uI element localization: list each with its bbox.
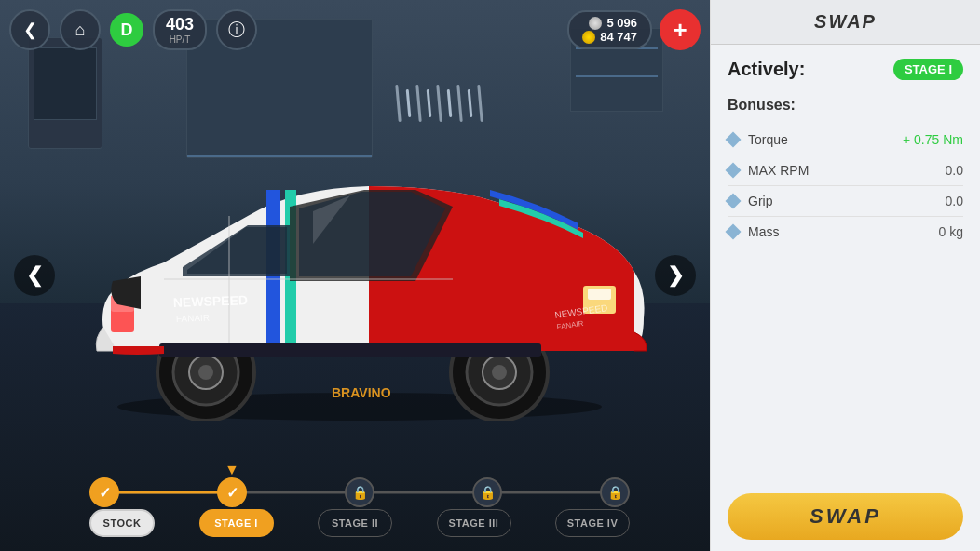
bonus-value-torque: + 0.75 Nm bbox=[903, 132, 963, 147]
garage-area: NEWSPEED FANAIR NEWSPEED FANAIR BRAVINO … bbox=[0, 0, 710, 551]
back-button[interactable]: ❮ bbox=[9, 9, 50, 50]
bonus-name-grip: Grip bbox=[748, 194, 946, 208]
next-arrow[interactable]: ❯ bbox=[655, 255, 696, 296]
diamond-icon-maxrpm bbox=[726, 163, 742, 179]
add-button[interactable]: + bbox=[660, 9, 701, 50]
gold-row: 84 747 bbox=[582, 30, 637, 44]
bonus-value-mass: 0 kg bbox=[939, 224, 963, 239]
svg-rect-13 bbox=[159, 343, 541, 357]
top-bar-right: 5 096 84 747 + bbox=[567, 9, 701, 50]
svg-text:FANAIR: FANAIR bbox=[176, 313, 210, 324]
stage-node-stage1[interactable]: ✓ bbox=[217, 477, 247, 507]
bonus-torque: Torque + 0.75 Nm bbox=[728, 125, 963, 155]
garage-button[interactable]: ⌂ bbox=[60, 9, 101, 50]
bonus-value-grip: 0.0 bbox=[946, 194, 963, 208]
right-panel: SWAP Actively: STAGE I Bonuses: Torque +… bbox=[710, 0, 980, 551]
hp-unit: HP/T bbox=[170, 34, 191, 45]
diamond-icon-torque bbox=[726, 132, 742, 148]
silver-row: 5 096 bbox=[589, 16, 637, 30]
stage-node-stage2[interactable]: 🔒 bbox=[345, 477, 374, 507]
prev-arrow[interactable]: ❮ bbox=[14, 255, 55, 296]
swap-button[interactable]: SWAP bbox=[728, 493, 963, 540]
active-stage-badge: STAGE I bbox=[893, 59, 963, 80]
actively-label: Actively: bbox=[728, 59, 805, 80]
currency-display: 5 096 84 747 bbox=[567, 10, 652, 49]
bonus-name-maxrpm: MAX RPM bbox=[748, 163, 946, 178]
car-svg: NEWSPEED FANAIR NEWSPEED FANAIR BRAVINO bbox=[43, 123, 676, 421]
label-stage4[interactable]: STAGE IV bbox=[555, 509, 630, 537]
bonuses-title: Bonuses: bbox=[728, 97, 963, 114]
current-stage-indicator bbox=[225, 462, 239, 478]
label-stage2[interactable]: STAGE II bbox=[318, 509, 392, 537]
label-stage3[interactable]: STAGE III bbox=[437, 509, 511, 537]
silver-coin-icon bbox=[589, 17, 602, 30]
diamond-icon-grip bbox=[726, 194, 742, 209]
top-bar: ❮ ⌂ D 403 HP/T ⓘ 5 096 bbox=[9, 9, 701, 50]
panel-header: SWAP bbox=[711, 0, 980, 45]
panel-content: Actively: STAGE I Bonuses: Torque + 0.75… bbox=[711, 45, 980, 482]
bonus-grip: Grip 0.0 bbox=[728, 186, 963, 217]
info-icon: ⓘ bbox=[228, 19, 245, 41]
svg-point-8 bbox=[492, 365, 507, 380]
svg-rect-12 bbox=[588, 289, 611, 300]
actively-row: Actively: STAGE I bbox=[728, 59, 963, 80]
garage-icon: ⌂ bbox=[75, 20, 86, 40]
bonus-name-torque: Torque bbox=[748, 132, 903, 147]
car-display: NEWSPEED FANAIR NEWSPEED FANAIR BRAVINO bbox=[28, 104, 691, 439]
label-stock[interactable]: STOCK bbox=[89, 509, 155, 537]
gold-amount: 84 747 bbox=[600, 30, 637, 44]
label-stage1[interactable]: STAGE I bbox=[199, 509, 274, 537]
bonus-maxrpm: MAX RPM 0.0 bbox=[728, 155, 963, 186]
info-button[interactable]: ⓘ bbox=[216, 9, 257, 50]
stage-node-stock[interactable]: ✓ bbox=[89, 477, 119, 507]
stage-node-stage3[interactable]: 🔒 bbox=[472, 477, 502, 507]
panel-title: SWAP bbox=[814, 11, 877, 32]
bonuses-list: Torque + 0.75 Nm MAX RPM 0.0 Grip 0.0 Ma… bbox=[728, 125, 963, 247]
bonus-name-mass: Mass bbox=[748, 224, 939, 239]
svg-text:BRAVINO: BRAVINO bbox=[332, 385, 391, 400]
stage-node-stage4[interactable]: 🔒 bbox=[600, 477, 630, 507]
stage-labels: STOCK STAGE I STAGE II STAGE III STAGE I… bbox=[89, 509, 630, 537]
hp-value: 403 bbox=[166, 15, 194, 34]
bonus-value-maxrpm: 0.0 bbox=[946, 163, 963, 178]
svg-text:NEWSPEED: NEWSPEED bbox=[173, 292, 249, 310]
main-container: NEWSPEED FANAIR NEWSPEED FANAIR BRAVINO … bbox=[0, 0, 980, 551]
hp-display: 403 HP/T bbox=[153, 9, 207, 50]
stage-selector: ✓ ✓ 🔒 🔒 bbox=[28, 483, 691, 537]
grade-badge: D bbox=[110, 13, 143, 47]
back-icon: ❮ bbox=[23, 20, 37, 40]
silver-amount: 5 096 bbox=[606, 16, 637, 30]
bonus-mass: Mass 0 kg bbox=[728, 217, 963, 247]
swap-button-container: SWAP bbox=[711, 482, 980, 551]
stage-nodes: ✓ ✓ 🔒 🔒 bbox=[89, 477, 630, 507]
diamond-icon-mass bbox=[726, 224, 742, 240]
gold-coin-icon bbox=[582, 31, 595, 44]
stage-track: ✓ ✓ 🔒 🔒 bbox=[89, 483, 630, 502]
svg-point-4 bbox=[198, 365, 213, 380]
